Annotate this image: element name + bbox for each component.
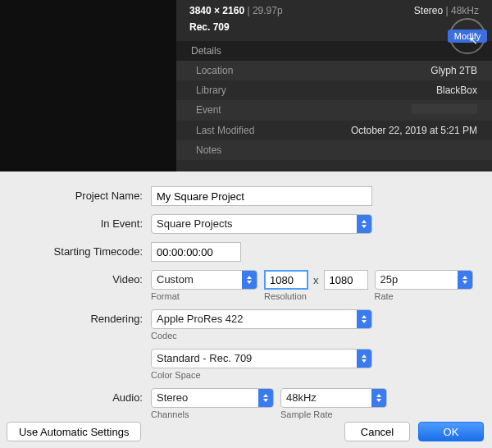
inspector-color-profile: Rec. 709 (189, 21, 230, 33)
codec-value: Apple ProRes 422 (157, 313, 244, 325)
audio-label: Audio: (10, 388, 151, 404)
starting-timecode-label: Starting Timecode: (10, 242, 151, 258)
project-settings-dialog: Project Name: In Event: Square Projects … (0, 171, 492, 448)
detail-row-event: Event (176, 100, 492, 121)
chevron-updown-icon (242, 271, 257, 289)
library-value: BlackBox (283, 85, 492, 96)
location-value: Glyph 2TB (283, 65, 492, 76)
inspector-left-empty (0, 0, 176, 171)
location-label: Location (176, 65, 283, 76)
detail-row-library: Library BlackBox (176, 80, 492, 100)
in-event-select[interactable]: Square Projects (151, 214, 372, 234)
video-rate-value: 25p (380, 273, 399, 286)
project-name-label: Project Name: (10, 186, 151, 202)
chevron-updown-icon (458, 271, 472, 289)
starting-timecode-input[interactable] (151, 242, 241, 262)
in-event-value: Square Projects (157, 217, 233, 230)
audio-samplerate-value: 48kHz (286, 391, 317, 404)
modify-button-area: Modify ↖ (449, 18, 485, 54)
rendering-label: Rendering: (10, 309, 151, 325)
library-label: Library (176, 85, 283, 96)
event-label: Event (176, 104, 283, 117)
resolution-multiplier: x (312, 274, 321, 286)
video-rate-select[interactable]: 25p (375, 270, 473, 290)
inspector-right: 3840 × 2160 | 29.97p Stereo | 48kHz Rec.… (176, 0, 492, 171)
video-format-value: Custom (157, 273, 194, 286)
detail-row-notes: Notes (176, 140, 492, 160)
chevron-updown-icon (357, 350, 371, 368)
last-modified-label: Last Modified (176, 125, 283, 136)
chevron-updown-icon (357, 215, 371, 233)
detail-row-last-modified: Last Modified October 22, 2019 at 5:21 P… (176, 121, 492, 140)
samplerate-sublabel: Sample Rate (280, 409, 387, 419)
resolution-width-input[interactable] (264, 270, 308, 290)
video-format-select[interactable]: Custom (151, 270, 257, 290)
ok-button[interactable]: OK (418, 422, 484, 441)
modify-button[interactable]: Modify (448, 30, 487, 43)
audio-channels-select[interactable]: Stereo (151, 388, 274, 408)
click-indicator-ring: Modify ↖ (449, 18, 485, 54)
in-event-label: In Event: (10, 214, 151, 230)
color-space-select[interactable]: Standard - Rec. 709 (151, 349, 372, 368)
chevron-updown-icon (371, 389, 386, 407)
last-modified-value: October 22, 2019 at 5:21 PM (283, 125, 492, 136)
channels-sublabel: Channels (151, 409, 274, 419)
resolution-sublabel: Resolution (264, 291, 368, 301)
inspector-audio-summary: Stereo | 48kHz (414, 5, 479, 16)
rate-sublabel: Rate (375, 291, 473, 301)
format-sublabel: Format (151, 291, 257, 301)
project-name-input[interactable] (151, 186, 372, 206)
codec-select[interactable]: Apple ProRes 422 (151, 309, 372, 329)
color-space-value: Standard - Rec. 709 (157, 352, 252, 364)
inspector-resolution: 3840 × 2160 (189, 5, 244, 16)
video-label: Video: (10, 270, 151, 286)
inspector-framerate: 29.97p (253, 5, 283, 16)
chevron-updown-icon (258, 389, 273, 407)
inspector-pane: 3840 × 2160 | 29.97p Stereo | 48kHz Rec.… (0, 0, 492, 171)
cancel-button[interactable]: Cancel (344, 422, 410, 441)
codec-sublabel: Codec (151, 331, 372, 341)
notes-value (283, 144, 492, 156)
event-value (283, 104, 492, 117)
audio-samplerate-select[interactable]: 48kHz (280, 388, 387, 408)
inspector-resolution-line: 3840 × 2160 | 29.97p (189, 5, 283, 16)
detail-row-location: Location Glyph 2TB (176, 61, 492, 80)
color-space-sublabel: Color Space (151, 370, 372, 380)
details-header: Details (176, 41, 492, 61)
audio-channels-value: Stereo (157, 391, 188, 404)
use-automatic-settings-button[interactable]: Use Automatic Settings (7, 422, 141, 441)
notes-label: Notes (176, 144, 283, 156)
resolution-height-input[interactable] (324, 270, 368, 290)
chevron-updown-icon (357, 310, 371, 328)
